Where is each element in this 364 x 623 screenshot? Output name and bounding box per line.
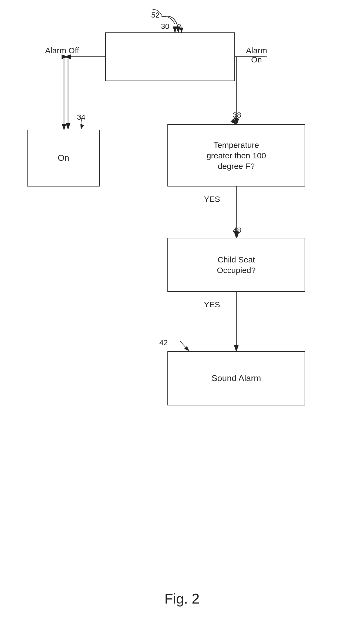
flowchart-diagram: On Temperaturegreater then 100degree F? … xyxy=(0,0,364,623)
box-34-text: On xyxy=(58,152,69,164)
ref-30: 30 xyxy=(161,22,169,31)
box-42-text: Sound Alarm xyxy=(211,373,261,384)
alarm-on-label: Alarm On xyxy=(240,46,273,64)
box-38-text: Temperaturegreater then 100degree F? xyxy=(207,140,266,171)
yes-label-1: YES xyxy=(204,195,220,204)
box-30 xyxy=(105,32,235,81)
ref-48: 48 xyxy=(233,226,241,235)
clean-arrows-svg xyxy=(0,0,364,623)
box-48: Child SeatOccupied? xyxy=(167,238,305,292)
alarm-off-label: Alarm Off xyxy=(43,46,81,55)
box-48-text: Child SeatOccupied? xyxy=(217,254,255,275)
ref-42: 42 xyxy=(159,338,168,347)
box-38: Temperaturegreater then 100degree F? xyxy=(167,124,305,186)
ref-34: 34 xyxy=(77,113,85,122)
box-34: On xyxy=(27,130,100,186)
yes-label-2: YES xyxy=(204,300,220,309)
ref-38: 38 xyxy=(233,111,241,119)
box-42: Sound Alarm xyxy=(167,351,305,405)
ref-52: 52 xyxy=(151,11,160,19)
figure-caption: Fig. 2 xyxy=(0,591,364,607)
arrows-svg xyxy=(0,0,364,623)
